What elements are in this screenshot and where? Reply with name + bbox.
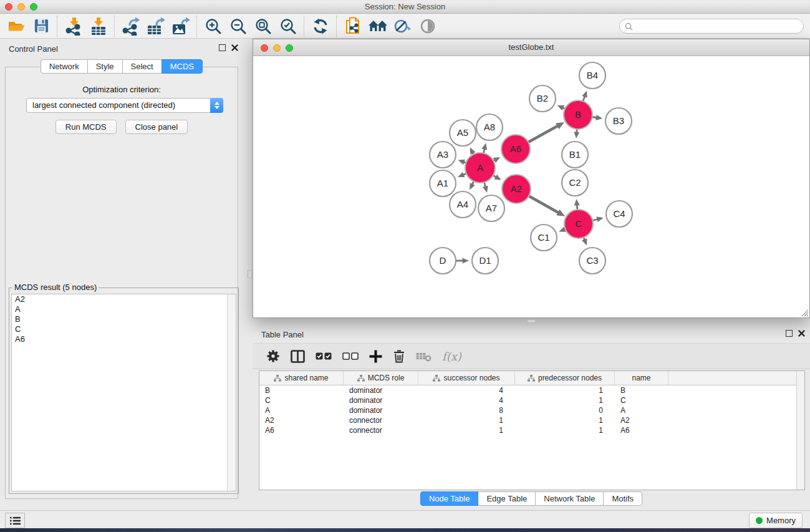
column-header-MCDS-role[interactable]: MCDS role	[344, 371, 418, 385]
hide-labels-button[interactable]	[390, 15, 415, 37]
deselect-all-columns-button[interactable]	[342, 352, 359, 360]
import-network-button[interactable]	[61, 15, 86, 37]
select-all-columns-button[interactable]	[316, 352, 332, 360]
table-cell: 1	[515, 395, 615, 405]
graph-node-label: A2	[511, 183, 522, 194]
export-image-button[interactable]	[168, 15, 193, 37]
import-table-button[interactable]	[86, 15, 111, 37]
graph-node-label: A6	[510, 143, 521, 154]
tab-edge-table[interactable]: Edge Table	[478, 491, 536, 506]
close-table-panel-icon[interactable]	[798, 330, 805, 337]
table-cell: 1	[515, 385, 615, 395]
horizontal-splitter-handle[interactable]	[527, 319, 536, 323]
tab-mcds[interactable]: MCDS	[162, 59, 203, 74]
import-table-icon	[90, 17, 107, 36]
mcds-result-item[interactable]: B	[12, 314, 236, 324]
zoom-in-button[interactable]	[201, 15, 226, 37]
table-cell: C	[259, 395, 344, 405]
application-window: Session: New Session	[0, 0, 810, 532]
graph-node-label: C4	[613, 208, 625, 219]
search-input[interactable]	[635, 21, 798, 32]
table-scrollbar[interactable]	[796, 371, 804, 490]
float-table-panel-icon[interactable]	[786, 330, 793, 337]
open-session-button[interactable]	[4, 15, 29, 37]
column-header-predecessor-nodes[interactable]: predecessor nodes	[515, 371, 615, 385]
split-view-button[interactable]	[291, 350, 305, 363]
run-mcds-button[interactable]: Run MCDS	[55, 120, 117, 134]
graph-node-label: B2	[537, 93, 548, 104]
network-graph-canvas[interactable]: B4B2BB3A8A5A6A3B1AA1C2A2A4A7C4CC1C3DD1	[253, 56, 809, 317]
add-column-button[interactable]	[369, 350, 382, 363]
toolbar-separator	[336, 16, 337, 37]
graph-edge-arrowhead	[481, 143, 487, 150]
attribute-tree-icon	[433, 375, 440, 382]
tab-node-table[interactable]: Node Table	[420, 491, 479, 506]
graph-edge-A2-C[interactable]	[529, 196, 559, 213]
column-header-shared-name[interactable]: shared name	[259, 371, 344, 385]
table-row[interactable]: Bdominator41B	[259, 385, 804, 395]
column-header-successor-nodes[interactable]: successor nodes	[418, 371, 515, 385]
delete-column-button[interactable]	[393, 349, 405, 363]
dropdown-stepper-icon	[210, 98, 223, 113]
search-field[interactable]	[619, 19, 804, 34]
tab-style[interactable]: Style	[87, 59, 123, 74]
mcds-result-item[interactable]: C	[12, 324, 236, 334]
table-row[interactable]: Cdominator41C	[259, 395, 804, 405]
float-panel-icon[interactable]	[219, 44, 226, 51]
criterion-dropdown[interactable]: largest connected component (directed)	[26, 98, 223, 113]
duplicate-network-button[interactable]	[340, 15, 365, 37]
zoom-in-icon	[205, 17, 222, 35]
close-panel-icon[interactable]	[231, 44, 238, 51]
table-settings-button[interactable]	[266, 349, 280, 363]
tab-select[interactable]: Select	[122, 59, 162, 74]
save-session-button[interactable]	[29, 15, 54, 37]
import-network-icon	[65, 17, 82, 36]
resize-grip-icon[interactable]	[800, 308, 809, 317]
table-cell: C	[615, 395, 668, 405]
attribute-tree-icon	[528, 375, 535, 382]
main-toolbar	[0, 14, 810, 39]
mcds-result-list[interactable]: A2ABCA6	[11, 294, 236, 491]
zoom-selected-button[interactable]	[276, 15, 301, 37]
graph-edge-arrowhead	[574, 132, 579, 138]
result-list-scrollbar[interactable]	[227, 294, 236, 491]
tab-motifs[interactable]: Motifs	[603, 491, 642, 506]
table-cell: A	[259, 405, 344, 415]
mcds-result-item[interactable]: A6	[12, 334, 236, 344]
graph-edge-arrowhead	[483, 186, 488, 193]
table-row[interactable]: A2connector11A2	[259, 415, 804, 425]
task-history-button[interactable]	[5, 513, 25, 528]
graph-node-label: C	[576, 218, 582, 229]
export-image-icon	[171, 17, 190, 36]
column-header-name[interactable]: name	[615, 371, 668, 385]
homes-button[interactable]	[365, 15, 390, 37]
graph-edge-A6-B[interactable]	[528, 125, 558, 142]
zoom-fit-button[interactable]	[251, 15, 276, 37]
table-row[interactable]: Adominator80A	[259, 405, 804, 415]
delete-table-button[interactable]	[416, 351, 432, 362]
zoom-out-button[interactable]	[226, 15, 251, 37]
trash-icon	[393, 349, 405, 363]
mcds-result-item[interactable]: A2	[12, 294, 236, 304]
graph-edge-arrowhead	[582, 238, 587, 245]
close-panel-button[interactable]: Close panel	[125, 120, 188, 134]
split-view-icon	[291, 350, 305, 363]
export-table-button[interactable]	[143, 15, 168, 37]
vertical-splitter-handle[interactable]	[248, 270, 252, 278]
search-icon	[625, 22, 633, 31]
table-row[interactable]: A6connector11A6	[259, 425, 804, 435]
export-table-icon	[147, 17, 165, 36]
table-cell: 4	[418, 385, 515, 395]
homes-icon	[368, 19, 388, 34]
memory-button[interactable]: Memory	[749, 513, 803, 528]
window-titlebar: Session: New Session	[0, 0, 810, 14]
mcds-result-item[interactable]: A	[12, 304, 236, 314]
function-builder-button[interactable]: f(x)	[442, 350, 461, 363]
export-network-button[interactable]	[118, 15, 143, 37]
eye-button[interactable]	[415, 15, 440, 37]
tab-network-table[interactable]: Network Table	[535, 491, 604, 506]
tab-network[interactable]: Network	[41, 59, 88, 74]
graph-edge-arrowhead	[595, 115, 602, 120]
table-panel-tabs: Node TableEdge TableNetwork TableMotifs	[420, 491, 642, 506]
refresh-button[interactable]	[308, 15, 333, 37]
